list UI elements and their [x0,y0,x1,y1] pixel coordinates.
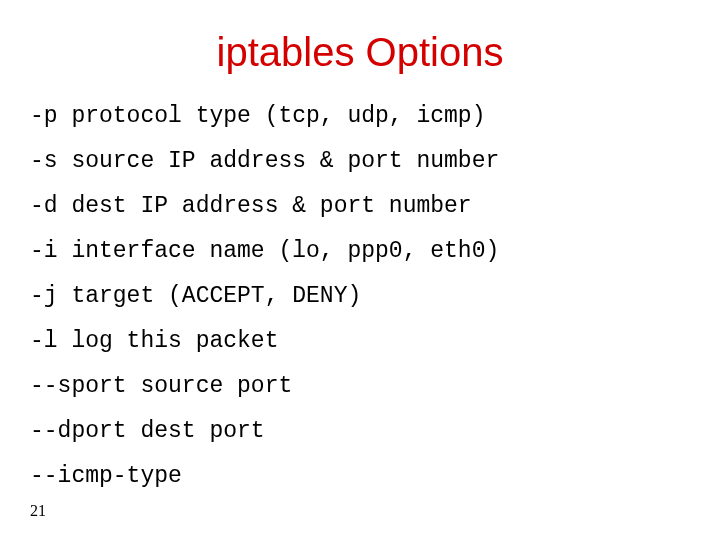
option-item: --icmp-type [30,465,690,488]
page-title: iptables Options [30,30,690,75]
option-item: -p protocol type (tcp, udp, icmp) [30,105,690,128]
option-item: --dport dest port [30,420,690,443]
option-item: -s source IP address & port number [30,150,690,173]
option-item: -i interface name (lo, ppp0, eth0) [30,240,690,263]
option-item: -l log this packet [30,330,690,353]
option-item: --sport source port [30,375,690,398]
options-list: -p protocol type (tcp, udp, icmp) -s sou… [30,105,690,488]
option-item: -d dest IP address & port number [30,195,690,218]
option-item: -j target (ACCEPT, DENY) [30,285,690,308]
page-number: 21 [30,502,46,520]
